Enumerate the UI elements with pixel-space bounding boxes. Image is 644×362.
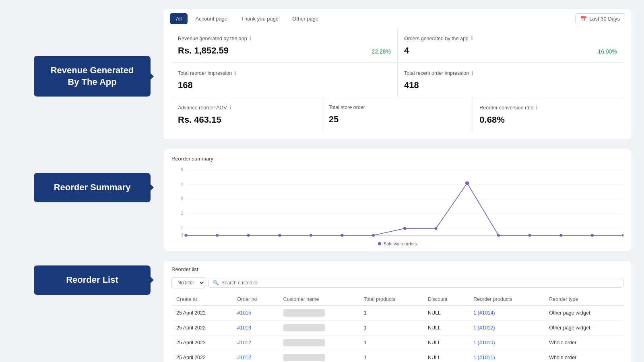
stats-card: All Account page Thank you page Other pa… bbox=[163, 9, 632, 140]
tab-all[interactable]: All bbox=[170, 13, 188, 24]
svg-text:20 Apr: 20 Apr bbox=[368, 238, 379, 239]
cell-reorder-products[interactable]: 1 (#1012) bbox=[469, 321, 544, 335]
svg-text:14 Apr: 14 Apr bbox=[274, 238, 285, 239]
svg-point-12 bbox=[184, 234, 187, 237]
stat-orders-value: 4 bbox=[404, 45, 409, 56]
svg-text:2: 2 bbox=[181, 212, 183, 216]
svg-text:0: 0 bbox=[181, 233, 183, 238]
info-icon-recent-order[interactable]: ℹ bbox=[471, 70, 473, 76]
cell-order-no-link[interactable]: #1012 bbox=[237, 340, 251, 346]
svg-text:1: 1 bbox=[181, 226, 183, 230]
cell-create-at: 25 April 2022 bbox=[171, 335, 232, 350]
cell-order-no-link[interactable]: #1015 bbox=[237, 310, 251, 316]
tab-other-page[interactable]: Other page bbox=[286, 13, 324, 24]
svg-text:26 Apr: 26 Apr bbox=[462, 238, 473, 239]
stat-recent-order-value: 418 bbox=[404, 80, 419, 90]
svg-text:22 Apr: 22 Apr bbox=[399, 238, 411, 239]
cell-reorder-products-link[interactable]: 1 (#1011) bbox=[473, 355, 495, 360]
stat-reorder-conversion-rate: Reorder conversion rate ℹ 0.68% bbox=[473, 97, 623, 132]
table-row: 25 April 2022#1013██████████1NULL1 (#101… bbox=[171, 321, 623, 335]
cell-order-no[interactable]: #1012 bbox=[232, 335, 278, 350]
svg-text:8 Apr: 8 Apr bbox=[182, 238, 190, 239]
cell-reorder-products[interactable]: 1 (#1011) bbox=[469, 350, 544, 362]
search-icon: 🔍 bbox=[213, 280, 219, 286]
col-customer-name: Customer name bbox=[279, 293, 359, 306]
stats-row-3: Advance reorder AOV ℹ Rs. 463.15 Total s… bbox=[171, 97, 623, 132]
cell-customer-name: ██████████ bbox=[279, 350, 359, 362]
cell-reorder-type: Whole order bbox=[544, 350, 623, 362]
svg-text:18 Apr: 18 Apr bbox=[336, 238, 348, 239]
svg-text:28 Apr: 28 Apr bbox=[493, 238, 504, 239]
cell-reorder-products-link[interactable]: 1 (#1010) bbox=[473, 340, 495, 346]
stat-revenue-generated: Revenue generated by the app ℹ Rs. 1,852… bbox=[171, 28, 398, 62]
reorder-list-container: Reorder list No filter 🔍 Create at Order… bbox=[163, 261, 632, 362]
main-content: All Account page Thank you page Other pa… bbox=[163, 9, 632, 362]
table-body: 25 April 2022#1015██████████1NULL1 (#101… bbox=[171, 306, 623, 362]
stat-aov-value: Rs. 463.15 bbox=[178, 115, 221, 125]
cell-total-products: 1 bbox=[359, 335, 423, 350]
svg-text:12 Apr: 12 Apr bbox=[243, 238, 254, 239]
date-filter-button[interactable]: 📅 Last 30 Days bbox=[575, 13, 625, 24]
legend-dot bbox=[378, 242, 381, 245]
calendar-icon: 📅 bbox=[580, 16, 587, 22]
cell-order-no[interactable]: #1013 bbox=[232, 321, 278, 335]
svg-point-19 bbox=[403, 227, 406, 230]
info-icon-conversion[interactable]: ℹ bbox=[536, 105, 538, 111]
stat-revenue-label: Revenue generated by the app ℹ bbox=[178, 35, 391, 41]
tab-account-page[interactable]: Account page bbox=[189, 13, 233, 24]
cell-order-no-link[interactable]: #1012 bbox=[237, 355, 251, 360]
cell-order-no[interactable]: #1015 bbox=[232, 306, 278, 321]
info-icon-orders[interactable]: ℹ bbox=[471, 35, 473, 41]
cell-discount: NULL bbox=[423, 321, 469, 335]
stat-reorder-impression-value: 168 bbox=[178, 80, 193, 90]
svg-text:4 May: 4 May bbox=[587, 238, 597, 239]
stat-revenue-value-row: Rs. 1,852.59 22.28% bbox=[178, 45, 391, 56]
stat-reorder-impression-value-row: 168 bbox=[178, 80, 391, 90]
cell-reorder-type: Other page widget bbox=[544, 321, 623, 335]
stat-total-store-order: Total store order 25 bbox=[322, 97, 473, 132]
stat-orders-label: Orders generated by the app ℹ bbox=[404, 35, 617, 41]
tab-thank-you-page[interactable]: Thank you page bbox=[235, 13, 285, 24]
stat-store-order-label: Total store order bbox=[329, 105, 466, 110]
col-total-products: Total products bbox=[359, 293, 423, 306]
info-icon-revenue[interactable]: ℹ bbox=[250, 35, 252, 41]
stat-revenue-change: 22.28% bbox=[372, 48, 391, 55]
cell-reorder-products[interactable]: 1 (#1014) bbox=[469, 306, 544, 321]
chart-title: Reorder summary bbox=[171, 156, 623, 162]
chart-area: 5 4 3 2 1 0 bbox=[171, 167, 623, 239]
cell-reorder-products[interactable]: 1 (#1010) bbox=[469, 335, 544, 350]
cell-total-products: 1 bbox=[359, 350, 423, 362]
svg-text:10 Apr: 10 Apr bbox=[212, 238, 223, 239]
stat-orders-generated: Orders generated by the app ℹ 4 16.00% bbox=[398, 28, 623, 62]
cell-customer-name: ██████████ bbox=[279, 335, 359, 350]
search-input[interactable] bbox=[221, 280, 619, 286]
stats-row-1: Revenue generated by the app ℹ Rs. 1,852… bbox=[171, 28, 623, 63]
cell-order-no[interactable]: #1012 bbox=[232, 350, 278, 362]
cell-discount: NULL bbox=[423, 350, 469, 362]
stat-conversion-value-row: 0.68% bbox=[479, 115, 617, 125]
svg-point-20 bbox=[434, 227, 437, 230]
cell-order-no-link[interactable]: #1013 bbox=[237, 325, 251, 331]
cell-reorder-type: Whole order bbox=[544, 335, 623, 350]
stat-total-recent-order: Total recent order impression ℹ 418 bbox=[398, 63, 623, 97]
svg-text:24 Apr: 24 Apr bbox=[430, 238, 442, 239]
filter-select[interactable]: No filter bbox=[171, 277, 205, 288]
svg-point-14 bbox=[247, 234, 250, 237]
chart-legend: Sale via reorders bbox=[171, 241, 623, 246]
stat-orders-change: 16.00% bbox=[598, 48, 617, 55]
svg-point-25 bbox=[591, 234, 594, 237]
info-icon-aov[interactable]: ℹ bbox=[229, 105, 231, 111]
search-box: 🔍 bbox=[208, 278, 623, 288]
stat-orders-value-row: 4 16.00% bbox=[404, 45, 617, 56]
svg-point-22 bbox=[497, 234, 500, 237]
stat-conversion-label: Reorder conversion rate ℹ bbox=[479, 105, 617, 111]
cell-reorder-products-link[interactable]: 1 (#1014) bbox=[473, 310, 495, 316]
stat-aov-label: Advance reorder AOV ℹ bbox=[178, 105, 316, 111]
cell-reorder-type: Other page widget bbox=[544, 306, 623, 321]
svg-text:4: 4 bbox=[181, 183, 183, 187]
stat-store-order-value-row: 25 bbox=[329, 114, 466, 125]
cell-reorder-products-link[interactable]: 1 (#1012) bbox=[473, 325, 495, 331]
info-icon-reorder-impression[interactable]: ℹ bbox=[234, 70, 236, 76]
cell-discount: NULL bbox=[423, 335, 469, 350]
annotation-reorder-summary: Reorder Summary bbox=[34, 173, 151, 202]
